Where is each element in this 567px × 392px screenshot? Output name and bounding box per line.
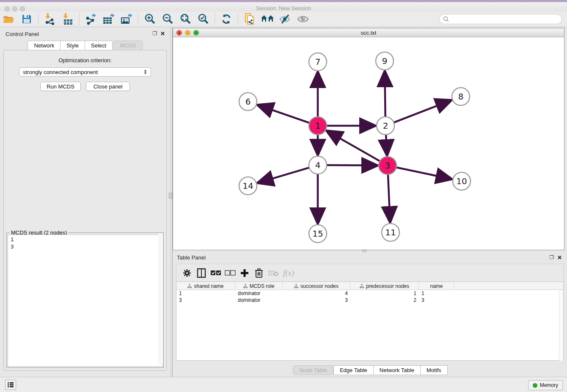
- graph-node-7[interactable]: 7: [309, 53, 327, 71]
- hide-selected-icon[interactable]: [278, 13, 292, 25]
- table-row[interactable]: 1dominator411: [176, 290, 563, 297]
- mcds-result-text[interactable]: 1 3: [8, 235, 162, 367]
- graph-edge-3-10[interactable]: [396, 167, 452, 179]
- show-all-icon[interactable]: [296, 13, 310, 25]
- graph-node-3[interactable]: 3: [379, 157, 396, 174]
- tab-edge-table[interactable]: Edge Table: [333, 365, 373, 375]
- result-scrollbar[interactable]: [158, 233, 163, 364]
- zoom-selected-icon[interactable]: [196, 13, 210, 25]
- graph-node-label: 10: [456, 176, 467, 186]
- graph-edge-2-8[interactable]: [393, 100, 451, 123]
- tab-select[interactable]: Select: [85, 41, 113, 50]
- function-builder-icon[interactable]: f(x): [283, 268, 294, 278]
- tab-network-table[interactable]: Network Table: [373, 365, 420, 375]
- network-window-titlebar[interactable]: x – + scc.txt: [173, 28, 564, 37]
- table-cell[interactable]: 3: [419, 297, 454, 304]
- graph-edge-4-14[interactable]: [258, 167, 310, 183]
- table-cell[interactable]: 3: [283, 297, 350, 304]
- search-field[interactable]: [439, 14, 562, 24]
- graph-edge-4-3[interactable]: [326, 165, 377, 166]
- control-panel-header: Control Panel ❐ ✕: [0, 29, 170, 39]
- graph-node-15[interactable]: 15: [309, 225, 327, 243]
- graph-edge-1-6[interactable]: [258, 105, 310, 123]
- memory-button[interactable]: Memory: [528, 380, 563, 390]
- control-panel-tabs: NetworkStyleSelectMCDS: [0, 41, 170, 50]
- column-header-MCDS-role[interactable]: MCDS role: [235, 282, 283, 290]
- save-icon[interactable]: [19, 13, 34, 25]
- graph-node-4[interactable]: 4: [309, 156, 327, 174]
- column-header-shared-name[interactable]: shared name: [176, 282, 235, 290]
- column-header-label: successor nodes: [300, 283, 339, 289]
- table-cell[interactable]: 1: [176, 290, 235, 297]
- network-canvas[interactable]: 7968124314101511: [173, 37, 564, 250]
- zoom-out-icon[interactable]: [160, 13, 175, 25]
- close-panel-icon[interactable]: ✕: [160, 30, 165, 37]
- columns-icon[interactable]: [195, 267, 208, 279]
- criterion-select[interactable]: strongly connected component ▲▼: [19, 67, 151, 77]
- gear-icon[interactable]: [181, 267, 193, 279]
- window-title: Session: New Session: [0, 5, 567, 11]
- column-header-predecessor-nodes[interactable]: predecessor nodes: [350, 282, 419, 290]
- column-header-successor-nodes[interactable]: successor nodes: [283, 282, 350, 290]
- import-table-icon[interactable]: [61, 13, 75, 25]
- import-network-icon[interactable]: [43, 13, 57, 25]
- refresh-layout-icon[interactable]: [219, 13, 234, 25]
- zoom-in-icon[interactable]: [143, 13, 157, 25]
- graph-node-11[interactable]: 11: [382, 224, 399, 241]
- graph-edge-3-11[interactable]: [388, 174, 390, 222]
- table-scrollbar[interactable]: [559, 290, 563, 361]
- graph-node-10[interactable]: 10: [453, 172, 471, 190]
- graph-node-1[interactable]: 1: [309, 117, 327, 135]
- zoom-fit-icon[interactable]: [178, 13, 193, 25]
- column-type-icon: [243, 284, 248, 288]
- select-all-checkboxes-icon[interactable]: [209, 267, 222, 279]
- table-cell[interactable]: 3: [176, 297, 235, 304]
- home-layout-icon[interactable]: [260, 13, 275, 25]
- float-panel-icon[interactable]: ❐: [152, 30, 157, 37]
- graph-edge-3-1[interactable]: [327, 131, 381, 162]
- tab-mcds[interactable]: MCDS: [113, 41, 142, 50]
- column-type-icon: [187, 284, 192, 288]
- export-network-icon[interactable]: [84, 13, 98, 25]
- table-cell[interactable]: dominator: [235, 290, 283, 297]
- table-cell[interactable]: 2: [350, 297, 419, 304]
- float-panel-icon[interactable]: ❐: [549, 254, 554, 261]
- tab-network[interactable]: Network: [28, 41, 60, 50]
- column-header-label: MCDS role: [250, 283, 275, 289]
- graph-edge-2-3[interactable]: [386, 134, 387, 155]
- table-cell[interactable]: dominator: [235, 297, 283, 304]
- tab-style[interactable]: Style: [60, 41, 85, 50]
- tab-motifs[interactable]: Motifs: [420, 365, 448, 375]
- graph-node-label: 11: [385, 227, 396, 237]
- search-input[interactable]: [449, 16, 555, 22]
- graph-node-14[interactable]: 14: [239, 177, 257, 195]
- close-panel-button[interactable]: Close panel: [86, 82, 130, 91]
- task-history-button[interactable]: [5, 380, 16, 390]
- table-cell[interactable]: 4: [283, 290, 350, 297]
- tab-node-table[interactable]: Node Table: [293, 365, 333, 375]
- column-header-name[interactable]: name: [419, 282, 454, 290]
- graph-node-9[interactable]: 9: [376, 52, 394, 70]
- toolbar-separator: [215, 13, 215, 25]
- toolbar-separator: [79, 13, 80, 25]
- graph-node-6[interactable]: 6: [239, 93, 257, 110]
- deselect-checkboxes-icon[interactable]: [224, 267, 237, 279]
- add-column-icon[interactable]: [238, 267, 251, 279]
- close-panel-icon[interactable]: ✕: [557, 254, 562, 261]
- delete-table-icon[interactable]: [267, 267, 280, 279]
- graph-node-2[interactable]: 2: [377, 117, 394, 135]
- graph-edge-2-9[interactable]: [385, 71, 385, 118]
- open-folder-icon[interactable]: [2, 13, 16, 25]
- table-cell[interactable]: 1: [350, 290, 419, 297]
- graph-node-8[interactable]: 8: [452, 88, 470, 105]
- vertical-splitter-grip[interactable]: [169, 193, 172, 199]
- delete-column-icon[interactable]: [253, 267, 265, 279]
- export-image-icon[interactable]: [119, 13, 134, 25]
- export-table-icon[interactable]: [102, 13, 116, 25]
- criterion-value: strongly connected component: [23, 69, 98, 75]
- run-mcds-button[interactable]: Run MCDS: [40, 82, 81, 91]
- table-cell[interactable]: 1: [419, 290, 454, 297]
- titlebar[interactable]: Session: New Session: [0, 2, 567, 11]
- clone-network-icon[interactable]: [242, 13, 257, 25]
- table-row[interactable]: 3dominator323: [176, 297, 563, 304]
